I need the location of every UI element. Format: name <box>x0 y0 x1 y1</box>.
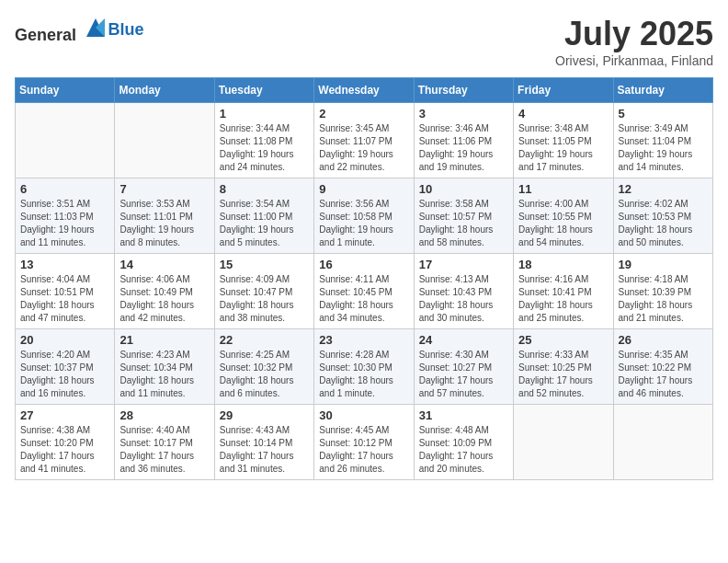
table-row: 3Sunrise: 3:46 AM Sunset: 11:06 PM Dayli… <box>414 103 513 178</box>
table-row: 16Sunrise: 4:11 AM Sunset: 10:45 PM Dayl… <box>314 254 414 329</box>
col-sunday: Sunday <box>16 78 115 103</box>
day-number: 11 <box>518 182 608 196</box>
day-number: 30 <box>319 408 408 422</box>
day-info: Sunrise: 4:43 AM Sunset: 10:14 PM Daylig… <box>220 424 309 476</box>
day-info: Sunrise: 4:18 AM Sunset: 10:39 PM Daylig… <box>619 273 708 325</box>
day-info: Sunrise: 4:11 AM Sunset: 10:45 PM Daylig… <box>319 273 408 325</box>
col-saturday: Saturday <box>613 78 712 103</box>
table-row: 6Sunrise: 3:51 AM Sunset: 11:03 PM Dayli… <box>16 178 115 254</box>
table-row: 19Sunrise: 4:18 AM Sunset: 10:39 PM Dayl… <box>613 254 712 329</box>
day-info: Sunrise: 4:48 AM Sunset: 10:09 PM Daylig… <box>419 424 508 476</box>
table-row <box>16 103 115 178</box>
day-info: Sunrise: 4:45 AM Sunset: 10:12 PM Daylig… <box>319 424 408 476</box>
day-info: Sunrise: 4:02 AM Sunset: 10:53 PM Daylig… <box>619 198 708 249</box>
day-info: Sunrise: 3:53 AM Sunset: 11:01 PM Daylig… <box>119 198 209 249</box>
logo-icon <box>83 15 108 40</box>
table-row: 17Sunrise: 4:13 AM Sunset: 10:43 PM Dayl… <box>414 254 513 329</box>
day-number: 15 <box>220 258 309 271</box>
calendar-week-1: 1Sunrise: 3:44 AM Sunset: 11:08 PM Dayli… <box>16 103 713 178</box>
table-row: 31Sunrise: 4:48 AM Sunset: 10:09 PM Dayl… <box>414 405 513 480</box>
table-row: 21Sunrise: 4:23 AM Sunset: 10:34 PM Dayl… <box>115 329 214 405</box>
day-number: 29 <box>220 408 309 422</box>
day-number: 1 <box>220 107 309 121</box>
day-number: 16 <box>319 258 408 271</box>
day-info: Sunrise: 4:13 AM Sunset: 10:43 PM Daylig… <box>419 273 508 325</box>
day-info: Sunrise: 4:04 AM Sunset: 10:51 PM Daylig… <box>20 273 109 325</box>
table-row: 11Sunrise: 4:00 AM Sunset: 10:55 PM Dayl… <box>514 178 613 254</box>
day-info: Sunrise: 4:00 AM Sunset: 10:55 PM Daylig… <box>518 198 608 249</box>
calendar-week-3: 13Sunrise: 4:04 AM Sunset: 10:51 PM Dayl… <box>16 254 713 329</box>
day-info: Sunrise: 4:30 AM Sunset: 10:27 PM Daylig… <box>419 349 508 400</box>
day-number: 18 <box>518 258 608 271</box>
calendar-week-2: 6Sunrise: 3:51 AM Sunset: 11:03 PM Dayli… <box>16 178 713 254</box>
table-row: 29Sunrise: 4:43 AM Sunset: 10:14 PM Dayl… <box>214 405 313 480</box>
day-info: Sunrise: 3:51 AM Sunset: 11:03 PM Daylig… <box>20 198 109 249</box>
table-row: 28Sunrise: 4:40 AM Sunset: 10:17 PM Dayl… <box>115 405 214 480</box>
table-row: 26Sunrise: 4:35 AM Sunset: 10:22 PM Dayl… <box>613 329 712 405</box>
day-info: Sunrise: 3:49 AM Sunset: 11:04 PM Daylig… <box>619 122 708 174</box>
page-header: General Blue July 2025 Orivesi, Pirkanma… <box>15 15 713 68</box>
day-number: 26 <box>619 333 708 347</box>
calendar-table: Sunday Monday Tuesday Wednesday Thursday… <box>15 77 713 480</box>
table-row: 18Sunrise: 4:16 AM Sunset: 10:41 PM Dayl… <box>514 254 613 329</box>
calendar-week-4: 20Sunrise: 4:20 AM Sunset: 10:37 PM Dayl… <box>16 329 713 405</box>
table-row: 7Sunrise: 3:53 AM Sunset: 11:01 PM Dayli… <box>115 178 214 254</box>
day-info: Sunrise: 4:09 AM Sunset: 10:47 PM Daylig… <box>220 273 309 325</box>
day-info: Sunrise: 3:48 AM Sunset: 11:05 PM Daylig… <box>518 122 608 174</box>
logo: General Blue <box>15 15 144 45</box>
day-number: 10 <box>419 182 508 196</box>
day-number: 6 <box>20 182 109 196</box>
day-number: 9 <box>319 182 408 196</box>
day-number: 13 <box>20 258 109 271</box>
table-row <box>514 405 613 480</box>
day-info: Sunrise: 4:20 AM Sunset: 10:37 PM Daylig… <box>20 349 109 400</box>
day-number: 3 <box>419 107 508 121</box>
day-number: 2 <box>319 107 408 121</box>
table-row: 15Sunrise: 4:09 AM Sunset: 10:47 PM Dayl… <box>214 254 313 329</box>
day-number: 23 <box>319 333 408 347</box>
logo-general: General <box>15 26 76 44</box>
table-row: 23Sunrise: 4:28 AM Sunset: 10:30 PM Dayl… <box>314 329 414 405</box>
day-number: 31 <box>419 408 508 422</box>
day-number: 14 <box>119 258 209 271</box>
day-number: 17 <box>419 258 508 271</box>
day-info: Sunrise: 4:23 AM Sunset: 10:34 PM Daylig… <box>119 349 209 400</box>
table-row: 14Sunrise: 4:06 AM Sunset: 10:49 PM Dayl… <box>115 254 214 329</box>
table-row: 24Sunrise: 4:30 AM Sunset: 10:27 PM Dayl… <box>414 329 513 405</box>
col-friday: Friday <box>514 78 613 103</box>
table-row: 13Sunrise: 4:04 AM Sunset: 10:51 PM Dayl… <box>16 254 115 329</box>
month-year-title: July 2025 <box>555 15 713 53</box>
col-tuesday: Tuesday <box>214 78 313 103</box>
day-info: Sunrise: 3:45 AM Sunset: 11:07 PM Daylig… <box>319 122 408 174</box>
day-number: 4 <box>518 107 608 121</box>
title-area: July 2025 Orivesi, Pirkanmaa, Finland <box>555 15 713 68</box>
logo-blue: Blue <box>108 20 144 39</box>
day-info: Sunrise: 3:54 AM Sunset: 11:00 PM Daylig… <box>220 198 309 249</box>
table-row: 20Sunrise: 4:20 AM Sunset: 10:37 PM Dayl… <box>16 329 115 405</box>
table-row: 5Sunrise: 3:49 AM Sunset: 11:04 PM Dayli… <box>613 103 712 178</box>
day-number: 22 <box>220 333 309 347</box>
table-row: 2Sunrise: 3:45 AM Sunset: 11:07 PM Dayli… <box>314 103 414 178</box>
table-row: 12Sunrise: 4:02 AM Sunset: 10:53 PM Dayl… <box>613 178 712 254</box>
col-monday: Monday <box>115 78 214 103</box>
table-row: 25Sunrise: 4:33 AM Sunset: 10:25 PM Dayl… <box>514 329 613 405</box>
table-row: 22Sunrise: 4:25 AM Sunset: 10:32 PM Dayl… <box>214 329 313 405</box>
day-info: Sunrise: 3:46 AM Sunset: 11:06 PM Daylig… <box>419 122 508 174</box>
day-number: 7 <box>119 182 209 196</box>
day-info: Sunrise: 4:25 AM Sunset: 10:32 PM Daylig… <box>220 349 309 400</box>
day-number: 28 <box>119 408 209 422</box>
day-number: 12 <box>619 182 708 196</box>
day-info: Sunrise: 3:44 AM Sunset: 11:08 PM Daylig… <box>220 122 309 174</box>
day-info: Sunrise: 3:56 AM Sunset: 10:58 PM Daylig… <box>319 198 408 249</box>
table-row: 27Sunrise: 4:38 AM Sunset: 10:20 PM Dayl… <box>16 405 115 480</box>
col-wednesday: Wednesday <box>314 78 414 103</box>
day-number: 8 <box>220 182 309 196</box>
day-info: Sunrise: 4:28 AM Sunset: 10:30 PM Daylig… <box>319 349 408 400</box>
table-row: 1Sunrise: 3:44 AM Sunset: 11:08 PM Dayli… <box>214 103 313 178</box>
table-row: 10Sunrise: 3:58 AM Sunset: 10:57 PM Dayl… <box>414 178 513 254</box>
day-number: 24 <box>419 333 508 347</box>
table-row: 9Sunrise: 3:56 AM Sunset: 10:58 PM Dayli… <box>314 178 414 254</box>
col-thursday: Thursday <box>414 78 513 103</box>
location-subtitle: Orivesi, Pirkanmaa, Finland <box>555 53 713 68</box>
day-info: Sunrise: 4:40 AM Sunset: 10:17 PM Daylig… <box>119 424 209 476</box>
